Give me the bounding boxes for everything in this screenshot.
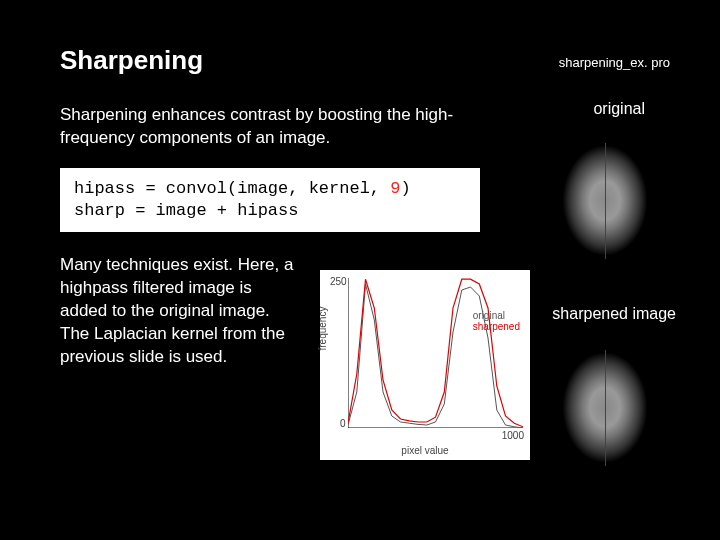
code-text: ) xyxy=(400,179,410,198)
y-tick: 250 xyxy=(330,276,347,287)
slide: Sharpening sharpening_ex. pro Sharpening… xyxy=(0,0,720,540)
x-axis-label: pixel value xyxy=(401,445,448,456)
code-block: hipass = convol(image, kernel, 9) sharp … xyxy=(60,168,480,232)
code-text: hipass = convol(image, kernel, xyxy=(74,179,390,198)
code-line-2: sharp = image + hipass xyxy=(74,200,466,222)
label-sharpened: sharpened image xyxy=(552,305,676,323)
y-tick: 0 xyxy=(340,418,346,429)
y-axis-label: frequency xyxy=(317,307,328,351)
filename-label: sharpening_ex. pro xyxy=(559,55,670,70)
x-tick: 1000 xyxy=(502,430,524,441)
brain-image-sharpened xyxy=(545,335,665,480)
brain-image-original xyxy=(545,128,665,273)
intro-text: Sharpening enhances contrast by boosting… xyxy=(60,104,470,150)
label-original: original xyxy=(593,100,645,118)
histogram-svg xyxy=(348,278,523,428)
histogram-chart: 250 0 1000 frequency pixel value origina… xyxy=(320,270,530,460)
code-line-1: hipass = convol(image, kernel, 9) xyxy=(74,178,466,200)
body-text: Many techniques exist. Here, a highpass … xyxy=(60,254,295,369)
code-number: 9 xyxy=(390,179,400,198)
